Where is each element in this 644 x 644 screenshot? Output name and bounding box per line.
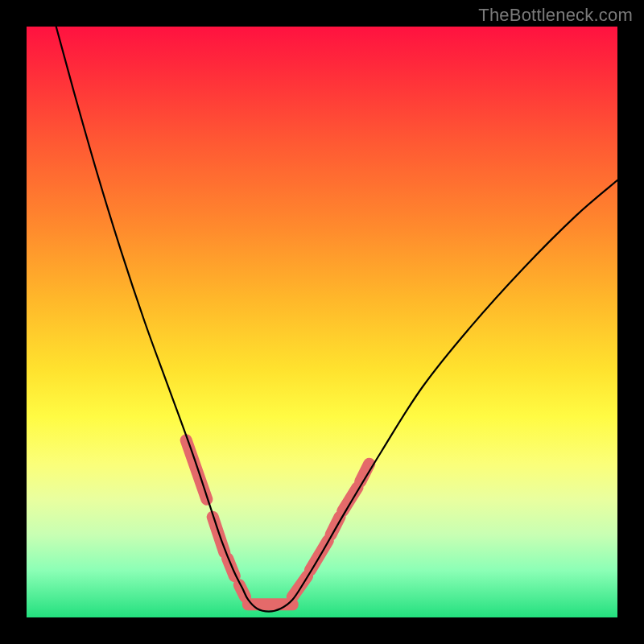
- watermark-text: TheBottleneck.com: [478, 5, 633, 26]
- marker-segment: [186, 440, 207, 499]
- plot-area: [27, 27, 617, 617]
- marker-segment: [343, 488, 357, 511]
- marker-segments: [186, 440, 369, 605]
- curve-layer: [27, 27, 617, 617]
- outer-frame: TheBottleneck.com: [0, 0, 644, 644]
- marker-segment: [331, 517, 340, 535]
